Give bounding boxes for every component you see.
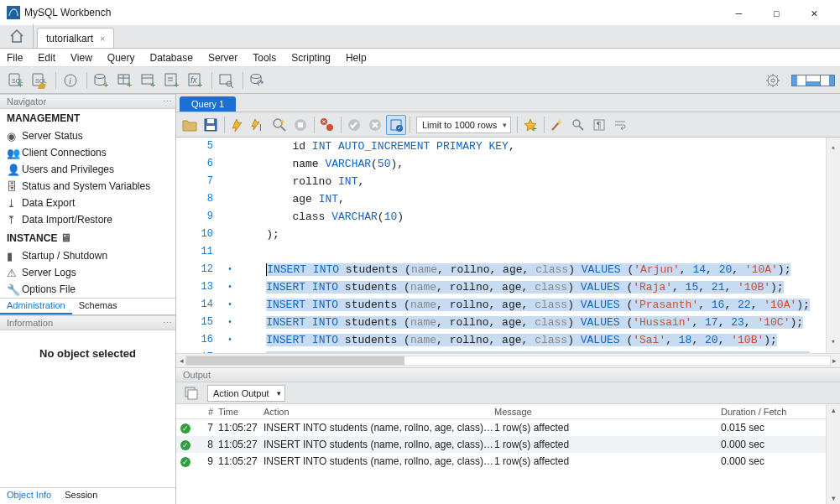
toggle-error-button[interactable] xyxy=(317,115,337,135)
sql-line[interactable]: 5 id INT AUTO_INCREMENT PRIMARY KEY, xyxy=(176,138,840,155)
sql-line[interactable]: 14• INSERT INTO students (name, rollno, … xyxy=(176,296,840,314)
main-area: Navigator⋯ MANAGEMENT ◉Server Status 👥Cl… xyxy=(0,94,840,504)
nav-server-logs[interactable]: ⚠Server Logs xyxy=(0,264,175,281)
navtab-administration[interactable]: Administration xyxy=(0,299,72,314)
menu-server[interactable]: Server xyxy=(208,52,237,64)
create-view-button[interactable]: + xyxy=(138,70,159,91)
reconnect-button[interactable] xyxy=(247,70,269,91)
infotab-objectinfo[interactable]: Object Info xyxy=(0,488,58,504)
menu-tools[interactable]: Tools xyxy=(253,52,276,64)
navtab-schemas[interactable]: Schemas xyxy=(72,299,124,314)
query-tab-bar: Query 1 xyxy=(176,94,840,112)
menu-edit[interactable]: Edit xyxy=(38,52,55,64)
execute-current-button[interactable]: I xyxy=(248,115,269,135)
create-procedure-button[interactable]: + xyxy=(161,70,183,91)
nav-client-connections[interactable]: 👥Client Connections xyxy=(0,144,175,161)
output-type-dropdown[interactable]: Action Output xyxy=(207,385,285,402)
sql-line[interactable]: 13• INSERT INTO students (name, rollno, … xyxy=(176,278,840,296)
home-icon xyxy=(9,29,24,44)
svg-rect-38 xyxy=(206,126,215,130)
output-row[interactable]: ✓811:05:27INSERT INTO students (name, ro… xyxy=(176,436,840,453)
find-button[interactable] xyxy=(568,115,588,135)
sql-line[interactable]: 6 name VARCHAR(50), xyxy=(176,155,840,173)
output-row[interactable]: ✓911:05:27INSERT INTO students (name, ro… xyxy=(176,453,840,470)
svg-rect-37 xyxy=(207,119,214,123)
output-row[interactable]: ✓711:05:27INSERT INTO students (name, ro… xyxy=(176,419,840,436)
wrap-button[interactable] xyxy=(610,115,630,135)
inspector-button[interactable]: i xyxy=(60,70,81,91)
svg-point-27 xyxy=(771,79,775,82)
menu-file[interactable]: File xyxy=(7,52,23,64)
instance-group: INSTANCE 🖥 xyxy=(0,228,175,247)
infotab-session[interactable]: Session xyxy=(58,488,104,504)
sql-line[interactable]: 9 class VARCHAR(10) xyxy=(176,208,840,226)
panel-left-button[interactable] xyxy=(791,75,806,86)
limit-rows-dropdown[interactable]: Limit to 1000 rows xyxy=(416,117,511,133)
beautify-button[interactable] xyxy=(547,115,567,135)
menu-scripting[interactable]: Scripting xyxy=(291,52,331,64)
query-tab[interactable]: Query 1 xyxy=(180,96,236,112)
open-file-button[interactable] xyxy=(180,115,200,135)
snippets-button[interactable]: + xyxy=(520,115,540,135)
create-table-button[interactable]: + xyxy=(114,70,136,91)
sql-line[interactable]: 7 rollno INT, xyxy=(176,173,840,190)
panel-right-button[interactable] xyxy=(820,75,835,86)
svg-rect-22 xyxy=(220,75,231,84)
svg-line-32 xyxy=(768,75,770,77)
sql-line[interactable]: 17• INSERT INTO students (name, rollno, … xyxy=(176,349,840,353)
sql-line[interactable]: 16• INSERT INTO students (name, rollno, … xyxy=(176,331,840,349)
commit-button[interactable] xyxy=(344,115,364,135)
close-button[interactable]: ✕ xyxy=(796,1,833,25)
new-sql-tab-button[interactable]: SQL+ xyxy=(5,70,27,91)
preferences-button[interactable] xyxy=(762,70,784,91)
editor-hscrollbar[interactable]: ◂▸ xyxy=(176,353,840,367)
sql-line[interactable]: 12• INSERT INTO students (name, rollno, … xyxy=(176,261,840,278)
stop-button[interactable] xyxy=(290,115,310,135)
connection-tab[interactable]: tutorialkart × xyxy=(37,28,114,48)
nav-data-import[interactable]: ⤒Data Import/Restore xyxy=(0,211,175,228)
sql-line[interactable]: 8 age INT, xyxy=(176,190,840,208)
sql-editor[interactable]: ▴▾ 5 id INT AUTO_INCREMENT PRIMARY KEY,6… xyxy=(176,138,840,353)
title-bar: MySQL Workbench — ☐ ✕ xyxy=(0,0,840,25)
nav-options-file[interactable]: 🔧Options File xyxy=(0,281,175,298)
sql-line[interactable]: 11 xyxy=(176,243,840,261)
save-file-button[interactable] xyxy=(201,115,221,135)
svg-rect-43 xyxy=(298,122,303,127)
create-function-button[interactable]: fx+ xyxy=(185,70,206,91)
menu-view[interactable]: View xyxy=(70,52,92,64)
svg-point-45 xyxy=(326,124,333,131)
panel-bottom-button[interactable] xyxy=(806,75,821,86)
home-tab[interactable] xyxy=(0,24,34,48)
output-view-button[interactable] xyxy=(181,383,201,403)
svg-text:+: + xyxy=(150,80,155,89)
maximize-button[interactable]: ☐ xyxy=(758,1,796,25)
menu-query[interactable]: Query xyxy=(107,52,135,64)
sql-line[interactable]: 10 ); xyxy=(176,226,840,243)
nav-startup-shutdown[interactable]: ▮Startup / Shutdown xyxy=(0,247,175,264)
app-icon xyxy=(7,6,20,19)
menu-database[interactable]: Database xyxy=(150,52,193,64)
autocommit-button[interactable] xyxy=(386,115,406,135)
sql-line[interactable]: 15• INSERT INTO students (name, rollno, … xyxy=(176,314,840,331)
nav-status-vars[interactable]: 🗄Status and System Variables xyxy=(0,178,175,195)
nav-server-status[interactable]: ◉Server Status xyxy=(0,127,175,144)
table-search-button[interactable] xyxy=(216,70,237,91)
status-ok-icon: ✓ xyxy=(180,457,190,467)
nav-data-export[interactable]: ⤓Data Export xyxy=(0,195,175,211)
minimize-button[interactable]: — xyxy=(720,1,758,25)
toggle-invisible-button[interactable]: ¶ xyxy=(589,115,609,135)
create-schema-button[interactable]: + xyxy=(91,70,112,91)
output-rows: ✓711:05:27INSERT INTO students (name, ro… xyxy=(176,419,840,470)
svg-point-26 xyxy=(768,75,778,86)
nav-users-privileges[interactable]: 👤Users and Privileges xyxy=(0,161,175,178)
open-sql-file-button[interactable]: SQL xyxy=(29,70,50,91)
output-vscrollbar[interactable]: ▴▾ xyxy=(826,404,840,504)
editor-vscrollbar[interactable]: ▴▾ xyxy=(826,138,840,353)
menu-help[interactable]: Help xyxy=(346,52,367,64)
navigator-panel: Navigator⋯ MANAGEMENT ◉Server Status 👥Cl… xyxy=(0,94,176,504)
tab-close-icon[interactable]: × xyxy=(100,34,105,44)
explain-button[interactable] xyxy=(269,115,290,135)
rollback-button[interactable] xyxy=(365,115,385,135)
execute-button[interactable] xyxy=(227,115,248,135)
window-title: MySQL Workbench xyxy=(24,7,720,18)
